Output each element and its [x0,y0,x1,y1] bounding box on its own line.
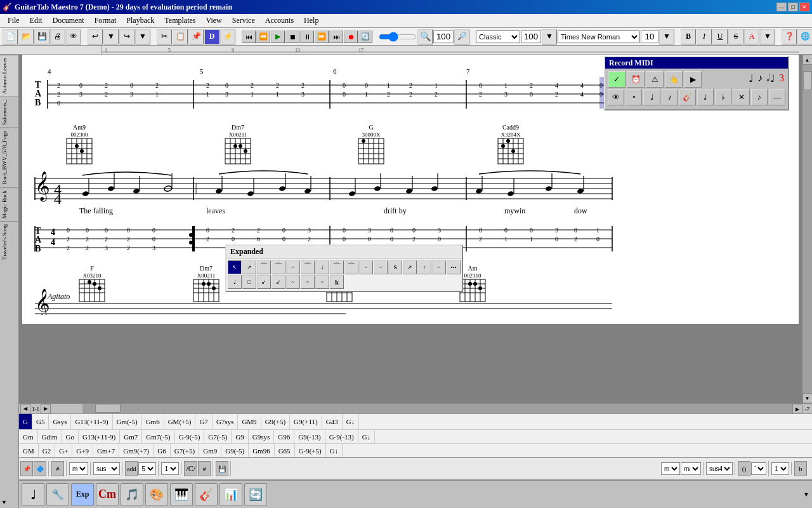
chord-Gm9p5[interactable]: G-9(+5) [295,444,326,457]
tab-salomons[interactable]: Salomons_ [0,97,18,128]
italic-button[interactable]: I [697,29,712,44]
start-button[interactable]: ⏮ [242,30,256,43]
ni-m2-select[interactable]: m [661,462,680,475]
chord-Gm96[interactable]: Gm96 [249,444,275,457]
exp-icon-button[interactable]: Exp [71,483,94,506]
chord-G7sys[interactable]: G7sys [213,414,239,429]
chord-G6[interactable]: G6 [154,444,170,457]
menu-view[interactable]: View [201,15,227,27]
style-select[interactable]: Classic [476,30,520,43]
underline-button[interactable]: U [712,29,728,44]
menu-format[interactable]: Format [89,15,122,27]
menu-edit[interactable]: Edit [25,15,48,27]
chord-G7[interactable]: G7 [195,414,212,429]
ep-btn11[interactable]: ~ [374,260,388,274]
font-size-input[interactable] [641,30,658,43]
chord-GM[interactable]: GM [19,444,39,457]
ni-save-btn[interactable]: 💾 [216,461,228,476]
rmp-guitar2-button[interactable]: ♩ [697,89,714,105]
font-select[interactable]: Times New Roman [558,30,640,43]
rmp-dot-button[interactable]: • [625,89,642,105]
save-button[interactable]: 💾 [34,29,49,44]
ep-btn6[interactable]: ⌒ [301,260,315,274]
tab-bach[interactable]: Bach_BWV_578_Fuga [0,128,18,187]
next-button[interactable]: ⏩ [315,30,329,43]
h-scroll-left[interactable]: ◀ [20,404,30,414]
scroll-track[interactable] [802,65,813,393]
paste-button[interactable]: 📌 [188,29,204,44]
font-size-dropdown[interactable]: ▼ [659,29,674,44]
ni-flat-btn[interactable]: b [794,461,807,476]
chord-Gm9[interactable]: Gm9 [199,444,221,457]
chord-GM5[interactable]: GM(+5) [164,414,196,429]
ni-paren-btn[interactable]: () [738,461,750,476]
ni-add-select[interactable]: 5 [138,462,156,475]
chord-G13[interactable]: G13(+11-9) [71,414,112,429]
ni-add-btn[interactable]: add [125,461,138,476]
chord-G[interactable]: G [19,414,32,429]
chord-Gm[interactable]: Gm [19,430,38,443]
chord-Go[interactable]: Go [62,430,79,443]
color-dropdown[interactable]: ▼ [760,29,775,44]
rmp-guitar-button[interactable]: 🎸 [679,89,696,105]
chord-G7p5[interactable]: G7(+5) [171,444,199,457]
chord-Gm9p7[interactable]: Gm9(+7) [119,444,154,457]
chart-icon-button[interactable]: 📊 [219,483,242,506]
rmp-dash-button[interactable]: — [769,89,785,105]
chord-G-down[interactable]: G↓ [343,414,359,429]
chord-G2[interactable]: G2 [39,444,55,457]
print-button[interactable]: 🖨 [50,29,65,44]
rmp-clock-button[interactable]: ⏰ [627,71,645,88]
chord-Gm9b13[interactable]: G-9(-13) [325,430,358,443]
menu-playback[interactable]: Playback [121,15,159,27]
rmp-flat-button[interactable]: ♭ [715,89,731,105]
ep-k-button[interactable]: k [330,275,344,289]
ep-btn19[interactable]: ↙ [257,275,271,289]
rmp-finger-button[interactable]: 👆 [665,71,683,88]
undo-dropdown[interactable]: ▼ [103,29,119,44]
strikethrough-button[interactable]: S [728,29,743,44]
chord-G9sys[interactable]: G9sys [249,430,275,443]
minimize-button[interactable]: — [776,3,787,11]
ni-icon2[interactable]: 🔷 [34,461,46,476]
chord-Gdim[interactable]: Gdim [38,430,62,443]
rmp-check-button[interactable]: ✓ [608,71,625,88]
chord-G9p5[interactable]: G9(+5) [261,414,290,429]
rmp-eye-button[interactable]: 👁 [608,89,624,105]
tab-arrow-down[interactable]: ▼ [0,262,18,508]
chord-GM9[interactable]: GM9 [238,414,261,429]
rmp-x-button[interactable]: ✕ [733,89,749,105]
h-scroll-thumb[interactable] [95,404,121,413]
chord-Gmp7[interactable]: Gm+7 [93,444,119,457]
h-scroll-right2[interactable]: ▶ [792,404,802,414]
ep-s-button[interactable]: S [388,260,402,274]
chord-Gp[interactable]: G+ [55,444,72,457]
open-button[interactable]: 📂 [18,29,34,44]
paste-special-button[interactable]: D [204,29,219,44]
chord-Gm6[interactable]: Gm6 [142,414,164,429]
scroll-down-button[interactable]: ▼ [802,393,813,403]
copy-button[interactable]: 📋 [173,29,188,44]
preview-button[interactable]: 👁 [66,29,81,44]
ni-maj-select[interactable]: maj [681,462,701,475]
tab-magic-rock[interactable]: Magic Rock [0,187,18,221]
chord-Gm7[interactable]: Gm7 [120,430,142,443]
bold-button[interactable]: B [681,29,696,44]
ni-sus4-select[interactable]: sus4 [706,462,733,475]
paint-icon-button[interactable]: 🎨 [145,483,168,506]
stop-button[interactable]: ⏹ [285,30,299,43]
tab-travelers-song[interactable]: Traveler's Song [0,221,18,262]
chord-G96[interactable]: G96 [274,430,294,443]
rmp-eighth-button[interactable]: ♪ [662,89,678,105]
ep-btn17[interactable]: ♩ [228,275,242,289]
web-button[interactable]: 🌐 [797,29,812,44]
chord-G9b5[interactable]: G-9(-5) [175,430,205,443]
ni-sharp2-btn[interactable]: # [198,461,211,476]
loop-button[interactable]: 🔄 [358,30,372,43]
chord-G43[interactable]: G43 [322,414,343,429]
tab-autumn-leaves[interactable]: Autumn Leaves [0,55,18,97]
chord-Gp9[interactable]: G+9 [72,444,93,457]
ep-cursor-button[interactable]: ↖ [228,260,242,274]
ni-sus-select[interactable]: sus sus4 [93,462,120,475]
piano-icon-button[interactable]: 🎹 [170,483,193,506]
